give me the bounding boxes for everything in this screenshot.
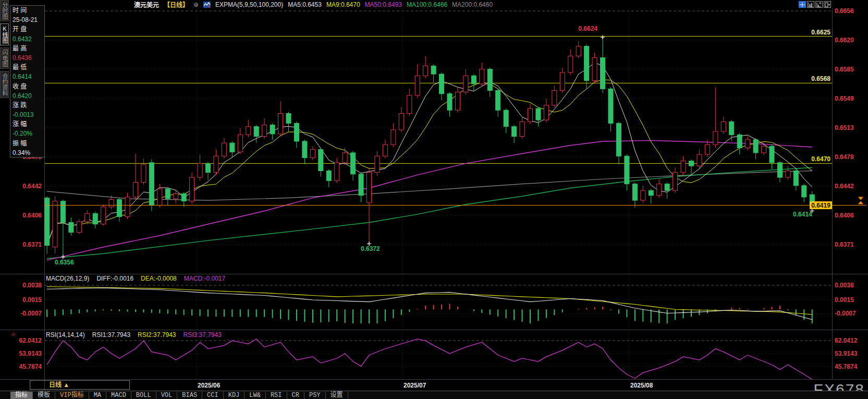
tab-time-share-chart[interactable]: 分时图 <box>0 0 9 21</box>
tab-macd[interactable]: MACD <box>106 392 131 399</box>
tab-vol[interactable]: VOL <box>156 392 178 399</box>
forex-chart-app: 0.66560.66560.66200.66200.65850.65850.65… <box>0 0 868 399</box>
price-annotations: 0.66240.63560.63720.6414 <box>55 25 814 265</box>
svg-text:0.6513: 0.6513 <box>835 124 854 131</box>
ma200-value: MA200:0.6460 <box>452 1 493 8</box>
svg-text:0.6585: 0.6585 <box>835 66 854 73</box>
svg-text:0.6356: 0.6356 <box>55 259 74 266</box>
rsi3-value: RSI3:37.7943 <box>184 331 222 338</box>
svg-text:0.6656: 0.6656 <box>835 7 854 15</box>
macd-value: MACD:-0.0017 <box>184 275 225 282</box>
info-label: 振 幅 <box>13 139 44 148</box>
tab-lwr[interactable]: LW& <box>244 392 266 399</box>
svg-text:-0.0007: -0.0007 <box>20 310 42 317</box>
svg-text:0.6406: 0.6406 <box>22 212 42 219</box>
macd-header: MACD(26,12,9) DIFF:-0.0016 DEA:-0.0008 M… <box>46 275 225 282</box>
info-label: 涨 幅 <box>13 119 44 129</box>
svg-text:45.7874: 45.7874 <box>19 363 42 370</box>
svg-text:0.6414: 0.6414 <box>793 211 812 218</box>
svg-text:2025/07: 2025/07 <box>404 382 426 389</box>
info-label: 开 盘 <box>13 25 44 34</box>
tab-psy[interactable]: PSY <box>304 392 326 399</box>
tab-cr[interactable]: CR <box>287 392 304 399</box>
svg-text:0.0015: 0.0015 <box>835 296 854 304</box>
info-value-amplitude: 0.34% <box>13 148 44 158</box>
info-label: 最 高 <box>13 44 44 53</box>
info-value-change: -0.0013 <box>13 110 44 119</box>
svg-text:0.0038: 0.0038 <box>835 282 854 289</box>
indicator-logo-icon <box>203 2 211 8</box>
chart-mode-strip: 分时图 K线图 闪电图 合约资料 <box>0 0 9 399</box>
rsi-params: RSI(14,14,14) <box>46 331 85 338</box>
chart-header: 澳元美元 【日线】 ⊕ EXPMA(5,9,50,100,200) MA5:0.… <box>134 1 493 8</box>
info-value-time: 25-08-21 <box>13 15 44 25</box>
period-selector[interactable]: 日线 ▲ <box>30 380 130 390</box>
macd-params: MACD(26,12,9) <box>46 275 89 282</box>
macd-diff-value: DIFF:-0.0016 <box>96 275 133 282</box>
rsi-panel: 62.041262.041253.914353.914345.787445.78… <box>19 337 858 380</box>
svg-text:-0.0007: -0.0007 <box>835 310 856 317</box>
svg-text:2025/06: 2025/06 <box>198 382 221 389</box>
ma100-value: MA100:0.6466 <box>407 1 447 8</box>
macd-panel: 0.00380.00380.00150.0015-0.0007-0.0007 <box>20 282 856 323</box>
scale-right-icon[interactable] <box>815 1 823 8</box>
svg-text:45.7874: 45.7874 <box>835 363 858 370</box>
info-value-change-pct: -0.20% <box>13 129 44 138</box>
svg-text:0.6406: 0.6406 <box>835 212 854 219</box>
chart-toolbar <box>799 1 831 8</box>
tab-rsi[interactable]: RSI <box>266 392 287 399</box>
svg-text:0.0015: 0.0015 <box>22 296 42 304</box>
tab-template[interactable]: 模板 <box>33 392 55 399</box>
ma5-value: MA5:0.6453 <box>288 1 322 8</box>
pane-expand-icon[interactable] <box>824 1 831 8</box>
info-label: 收 盘 <box>13 82 44 91</box>
tab-indicator[interactable]: 指标 <box>10 392 33 399</box>
svg-text:0.6549: 0.6549 <box>835 95 854 102</box>
svg-text:0.6478: 0.6478 <box>835 153 854 161</box>
tab-vip-indicator[interactable]: VIP指标 <box>55 392 89 399</box>
info-value-high: 0.6436 <box>13 53 44 63</box>
crosshair-move-icon[interactable] <box>799 1 806 8</box>
info-label: 最 低 <box>13 63 44 72</box>
main-grid <box>45 8 832 379</box>
rsi1-value: RSI1:37.7943 <box>92 331 130 338</box>
indicator-tabbar: 指标 模板 VIP指标 MA MACD BOLL VOL BIAS CCI KD… <box>0 391 868 399</box>
indicator-params: EXPMA(5,9,50,100,200) <box>215 1 283 8</box>
svg-text:0.6625: 0.6625 <box>811 29 830 36</box>
candlestick-series <box>45 37 815 257</box>
svg-text:0.6419: 0.6419 <box>811 202 830 209</box>
info-label: 时 间 <box>13 6 44 15</box>
info-label: 涨 跌 <box>13 101 44 110</box>
tab-kdj[interactable]: KDJ <box>224 392 245 399</box>
tab-boll[interactable]: BOLL <box>131 392 156 399</box>
tab-settings[interactable]: 设置 <box>326 392 348 399</box>
svg-text:0.6372: 0.6372 <box>361 245 380 252</box>
ma50-value: MA50:0.6493 <box>365 1 402 8</box>
indicator-settings-icon[interactable]: ☼ <box>10 330 16 337</box>
scale-axis-icon[interactable] <box>807 1 814 8</box>
symbol-title: 澳元美元 <box>134 0 159 9</box>
info-value-open: 0.6432 <box>13 34 44 44</box>
tab-candlestick-chart[interactable]: K线图 <box>0 23 9 45</box>
ma9-value: MA9:0.6470 <box>326 1 360 8</box>
tab-ma[interactable]: MA <box>89 392 106 399</box>
tab-bias[interactable]: BIAS <box>177 392 202 399</box>
tab-contract-info[interactable]: 合约资料 <box>0 71 9 98</box>
rsi-header: RSI(14,14,14) RSI1:37.7943 RSI2:37.7943 … <box>46 331 222 338</box>
compare-add-icon[interactable]: ⊕ <box>193 1 199 8</box>
tab-lightning-chart[interactable]: 闪电图 <box>0 47 9 69</box>
svg-text:0.6624: 0.6624 <box>578 25 597 32</box>
svg-text:0.6470: 0.6470 <box>811 155 830 163</box>
period-tag: 【日线】 <box>164 0 189 9</box>
info-value-close: 0.6420 <box>13 91 44 101</box>
macd-dea-value: DEA:-0.0008 <box>141 275 177 282</box>
tab-cci[interactable]: CCI <box>202 392 224 399</box>
svg-text:0.6568: 0.6568 <box>811 75 830 82</box>
svg-text:62.0412: 62.0412 <box>835 337 858 344</box>
quote-info-panel: 时 间 25-08-21 开 盘 0.6432 最 高 0.6436 最 低 0… <box>10 5 45 158</box>
svg-text:0.0038: 0.0038 <box>22 282 42 289</box>
date-axis: 2025/062025/072025/08 <box>198 382 653 389</box>
svg-text:0.6371: 0.6371 <box>835 241 854 248</box>
chart-canvas[interactable]: 0.66560.66560.66200.66200.65850.65850.65… <box>0 0 868 399</box>
svg-text:62.0412: 62.0412 <box>19 337 42 344</box>
